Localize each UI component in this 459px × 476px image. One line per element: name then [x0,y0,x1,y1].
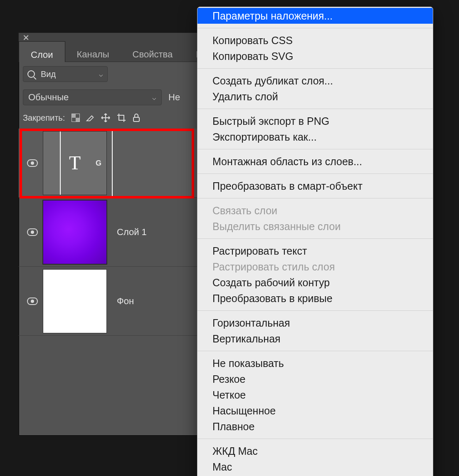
visibility-icon[interactable] [27,159,38,167]
menu-separator [197,198,433,198]
layer-filter-select[interactable]: Вид ⌵ [23,66,108,82]
menu-separator [197,238,433,239]
context-menu-item[interactable]: Преобразовать в смарт-объект [197,178,433,194]
opacity-label-fragment: Не [168,92,180,103]
menu-separator [197,351,433,351]
tab-layers[interactable]: Слои [19,41,65,62]
lock-artboard-icon[interactable] [116,113,126,123]
context-menu-item[interactable]: Горизонтальная [197,315,433,331]
tab-properties[interactable]: Свойства [121,41,185,62]
context-menu-item: Выделить связанные слои [197,218,433,234]
visibility-icon[interactable] [27,298,38,305]
context-menu-item[interactable]: ЖКД Mac [197,443,433,459]
context-menu-item[interactable]: Насыщенное [197,403,433,419]
context-menu-item[interactable]: Плавное [197,419,433,434]
layer-thumbnail-background[interactable] [43,269,107,333]
lock-label: Закрепить: [23,113,65,123]
lock-transparency-icon[interactable] [72,114,80,122]
chevron-down-icon: ⌵ [99,70,103,78]
context-menu-item[interactable]: Параметры наложения... [197,8,433,24]
menu-separator [197,310,433,311]
context-menu-item[interactable]: Растрировать текст [197,243,433,259]
blend-mode-value: Обычные [28,92,69,103]
context-menu-item[interactable]: Экспортировать как... [197,129,433,145]
layer-thumbnail-gradient[interactable] [43,200,107,264]
context-menu-item: Связать слои [197,203,433,218]
layer-context-menu[interactable]: Параметры наложения...Копировать CSSКопи… [197,7,433,476]
layer-thumbnail-text[interactable]: T G [43,131,107,195]
context-menu-item[interactable]: Вертикальная [197,331,433,347]
menu-separator [197,174,433,174]
lock-position-icon[interactable] [101,113,111,123]
context-menu-item[interactable]: Преобразовать в кривые [197,290,433,306]
menu-separator [197,28,433,28]
menu-separator [197,68,433,69]
guide-line [112,129,113,196]
layer-name[interactable]: Слой 1 [117,227,147,238]
close-icon[interactable]: × [23,32,29,43]
context-menu-item[interactable]: Монтажная область из слоев... [197,154,433,169]
filter-label: Вид [41,69,56,79]
context-menu-item[interactable]: Удалить слой [197,89,433,104]
lock-pixels-icon[interactable] [86,113,95,122]
context-menu-item[interactable]: Четкое [197,387,433,403]
menu-separator [197,109,433,109]
text-layer-badge: G [96,159,101,167]
visibility-icon[interactable] [27,228,38,236]
tab-channels[interactable]: Каналы [65,41,121,62]
context-menu-item[interactable]: Резкое [197,371,433,387]
context-menu-item[interactable]: Копировать CSS [197,32,433,48]
context-menu-item[interactable]: Mac [197,459,433,475]
layer-name[interactable]: Фон [117,296,134,307]
menu-separator [197,439,433,439]
context-menu-item[interactable]: Создать рабочий контур [197,275,433,290]
context-menu-item[interactable]: Не показывать [197,355,433,371]
svg-rect-3 [133,117,139,121]
lock-all-icon[interactable] [132,113,141,122]
chevron-down-icon: ⌵ [152,94,156,102]
context-menu-item: Растрировать стиль слоя [197,259,433,275]
search-icon [27,70,35,78]
blend-mode-select[interactable]: Обычные ⌵ [23,89,162,105]
context-menu-item[interactable]: Создать дубликат слоя... [197,73,433,89]
context-menu-item[interactable]: Быстрый экспорт в PNG [197,113,433,129]
text-layer-glyph: T [69,152,81,174]
menu-separator [197,149,433,149]
context-menu-item[interactable]: Копировать SVG [197,48,433,64]
